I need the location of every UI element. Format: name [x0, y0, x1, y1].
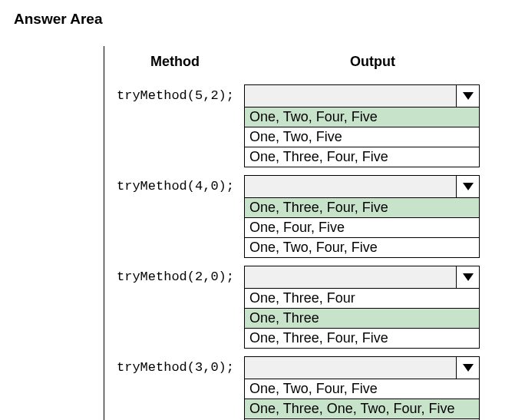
method-label: tryMethod(4,0); [106, 175, 244, 193]
dropdown-options: One, Three, FourOne, ThreeOne, Three, Fo… [244, 289, 480, 349]
page-title: Answer Area [14, 11, 501, 28]
main-table: Method Output tryMethod(5,2);One, Two, F… [104, 46, 501, 420]
chevron-down-icon [462, 360, 474, 376]
dropdown-option[interactable]: One, Three, One, Two, Four, Five [245, 399, 479, 418]
table-row: tryMethod(4,0);One, Three, Four, FiveOne… [106, 175, 501, 258]
header-output: Output [244, 54, 501, 70]
dropdown-option[interactable]: One, Three, Four [245, 289, 479, 308]
table-row: tryMethod(5,2);One, Two, Four, FiveOne, … [106, 84, 501, 167]
dropdown-selected [245, 85, 456, 107]
dropdown-option[interactable]: One, Three, Four, Five [245, 328, 479, 348]
output-dropdown[interactable] [244, 175, 480, 198]
svg-marker-0 [463, 92, 474, 100]
output-block: One, Three, Four, FiveOne, Four, FiveOne… [244, 175, 501, 258]
table-row: tryMethod(3,0);One, Two, Four, FiveOne, … [106, 356, 501, 420]
svg-marker-2 [463, 273, 474, 281]
output-block: One, Two, Four, FiveOne, Two, FiveOne, T… [244, 84, 501, 167]
dropdown-toggle-button[interactable] [456, 85, 479, 107]
table-row: tryMethod(2,0);One, Three, FourOne, Thre… [106, 266, 501, 349]
content-area: Method Output tryMethod(5,2);One, Two, F… [14, 46, 501, 420]
output-block: One, Three, FourOne, ThreeOne, Three, Fo… [244, 266, 501, 349]
header-row: Method Output [106, 46, 501, 77]
dropdown-options: One, Two, Four, FiveOne, Two, FiveOne, T… [244, 107, 480, 167]
dropdown-selected [245, 357, 456, 379]
output-dropdown[interactable] [244, 356, 480, 379]
dropdown-option[interactable]: One, Three [245, 308, 479, 328]
output-block: One, Two, Four, FiveOne, Three, One, Two… [244, 356, 501, 420]
dropdown-option[interactable]: One, Four, Five [245, 217, 479, 237]
chevron-down-icon [462, 179, 474, 195]
chevron-down-icon [462, 88, 474, 104]
header-method: Method [106, 54, 244, 70]
dropdown-option[interactable]: One, Two, Five [245, 127, 479, 147]
dropdown-toggle-button[interactable] [456, 266, 479, 288]
output-dropdown[interactable] [244, 266, 480, 289]
dropdown-options: One, Two, Four, FiveOne, Three, One, Two… [244, 379, 480, 420]
dropdown-option[interactable]: One, Two, Four, Five [245, 379, 479, 399]
left-margin [14, 46, 104, 420]
method-label: tryMethod(2,0); [106, 266, 244, 284]
method-label: tryMethod(3,0); [106, 356, 244, 375]
dropdown-toggle-button[interactable] [456, 357, 479, 379]
dropdown-toggle-button[interactable] [456, 176, 479, 197]
dropdown-selected [245, 266, 456, 288]
chevron-down-icon [462, 270, 474, 286]
dropdown-selected [245, 176, 456, 197]
svg-marker-3 [463, 364, 474, 372]
svg-marker-1 [463, 183, 474, 190]
dropdown-options: One, Three, Four, FiveOne, Four, FiveOne… [244, 198, 480, 258]
method-label: tryMethod(5,2); [106, 84, 244, 103]
dropdown-option[interactable]: One, Two, Four, Five [245, 237, 479, 257]
output-dropdown[interactable] [244, 84, 480, 107]
dropdown-option[interactable]: One, Two, Four, Five [245, 107, 479, 127]
dropdown-option[interactable]: One, Three, Four, Five [245, 198, 479, 217]
dropdown-option[interactable]: One, Three, Four, Five [245, 147, 479, 167]
